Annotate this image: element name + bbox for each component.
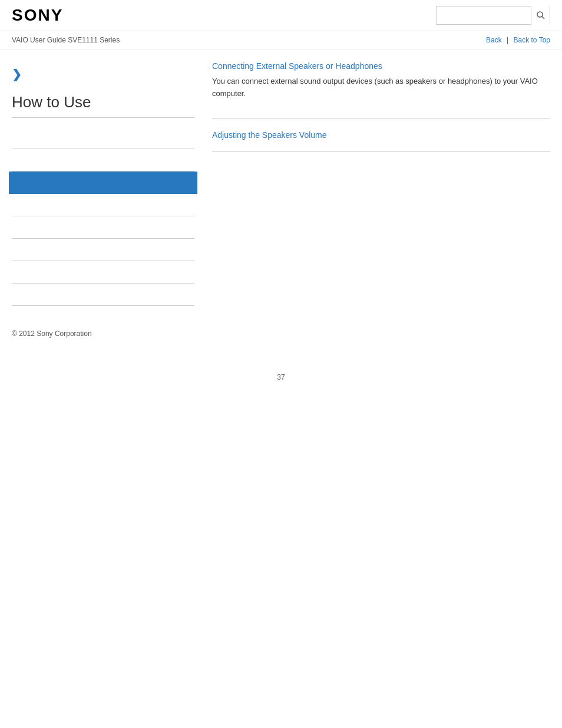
nav-bar: VAIO User Guide SVE1111 Series Back | Ba… xyxy=(0,31,562,50)
connecting-speakers-link[interactable]: Connecting External Speakers or Headphon… xyxy=(212,61,550,71)
content-section-1: Connecting External Speakers or Headphon… xyxy=(212,61,550,100)
adjusting-speakers-link[interactable]: Adjusting the Speakers Volume xyxy=(212,130,550,140)
header: SONY xyxy=(0,0,562,31)
sidebar-item-1[interactable] xyxy=(12,127,194,149)
search-box xyxy=(436,6,550,25)
page-number: 37 xyxy=(0,373,562,393)
guide-title: VAIO User Guide SVE1111 Series xyxy=(12,36,120,44)
sidebar-item-3-active[interactable] xyxy=(9,172,197,194)
copyright: © 2012 Sony Corporation xyxy=(12,330,92,338)
sony-logo: SONY xyxy=(12,6,63,25)
search-icon xyxy=(536,11,546,20)
content-divider-1 xyxy=(212,118,550,118)
content-area: Connecting External Speakers or Headphon… xyxy=(206,61,550,306)
svg-line-1 xyxy=(542,17,544,19)
svg-point-0 xyxy=(537,12,543,17)
sidebar-item-2[interactable] xyxy=(12,149,194,172)
search-button[interactable] xyxy=(531,6,550,25)
sidebar-item-4[interactable] xyxy=(12,194,194,216)
sidebar-item-7[interactable] xyxy=(12,261,194,284)
back-to-top-link[interactable]: Back to Top xyxy=(514,36,550,44)
nav-links: Back | Back to Top xyxy=(486,36,550,44)
back-link[interactable]: Back xyxy=(486,36,502,44)
main-content: ❯ How to Use Connecting External Speaker… xyxy=(0,50,562,318)
sidebar: ❯ How to Use xyxy=(12,61,194,306)
nav-separator: | xyxy=(507,36,508,44)
connecting-speakers-description: You can connect external sound output de… xyxy=(212,75,550,100)
sidebar-section-title: How to Use xyxy=(12,93,194,118)
sidebar-item-6[interactable] xyxy=(12,239,194,261)
adjusting-link-row: Adjusting the Speakers Volume xyxy=(212,130,550,152)
footer: © 2012 Sony Corporation xyxy=(0,318,562,350)
sidebar-item-5[interactable] xyxy=(12,216,194,239)
sidebar-item-8[interactable] xyxy=(12,284,194,306)
search-input[interactable] xyxy=(437,6,531,24)
breadcrumb-arrow: ❯ xyxy=(12,67,194,81)
